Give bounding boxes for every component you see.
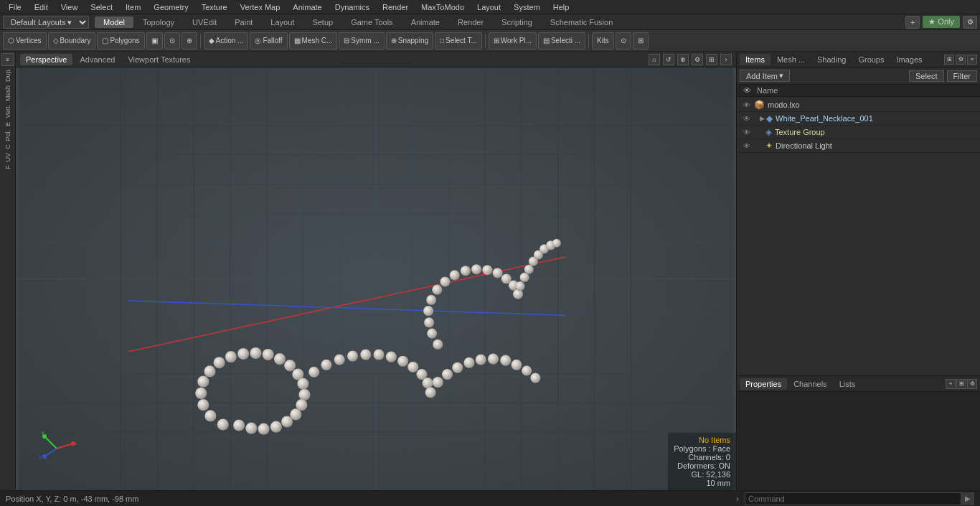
menu-select[interactable]: Select [85, 1, 118, 13]
panel-ctrl-close[interactable]: × [967, 55, 977, 65]
prop-tab-channels[interactable]: Channels [788, 378, 832, 390]
menu-dynamics[interactable]: Dynamics [329, 1, 375, 13]
tab-model[interactable]: Model [95, 17, 133, 28]
tool-work-pl[interactable]: ⊞ Work Pl... [489, 32, 537, 50]
prop-ctrl-add[interactable]: + [946, 379, 956, 389]
panel-ctrl-settings[interactable]: ⚙ [956, 55, 966, 65]
menu-edit[interactable]: Edit [29, 1, 54, 13]
menu-texture[interactable]: Texture [196, 1, 233, 13]
tool-cam1[interactable]: ⊙ [616, 32, 631, 50]
add-layout-button[interactable]: + [905, 16, 920, 29]
vertices-label: Vertices [16, 37, 42, 44]
eye-icon-1[interactable]: 👁 [740, 115, 754, 123]
tool-vertices[interactable]: ⬡ Vertices [3, 32, 47, 50]
menu-help[interactable]: Help [547, 1, 575, 13]
menu-system[interactable]: System [508, 1, 546, 13]
separator-3 [588, 34, 589, 48]
panel-tab-shading[interactable]: Shading [811, 54, 852, 65]
eye-icon-0[interactable]: 👁 [740, 101, 754, 109]
vp-ctrl-rotate[interactable]: ↺ [663, 54, 674, 65]
menu-item[interactable]: Item [120, 1, 146, 13]
tool-mode5[interactable]: ⊙ [164, 32, 180, 50]
status-arrow[interactable]: › [736, 494, 739, 504]
tool-mode4[interactable]: ▣ [146, 32, 163, 50]
menu-vertex-map[interactable]: Vertex Map [235, 1, 286, 13]
vp-ctrl-expand[interactable]: ⊞ [706, 54, 717, 65]
vp-ctrl-settings[interactable]: ⚙ [692, 54, 703, 65]
menu-view[interactable]: View [55, 1, 84, 13]
panel-tab-groups[interactable]: Groups [852, 54, 890, 65]
item-name-0: modo.lxo [768, 100, 977, 109]
layout-settings-button[interactable]: ⚙ [963, 16, 977, 29]
prop-ctrl-expand[interactable]: ⊞ [956, 379, 966, 389]
tab-animate[interactable]: Animate [402, 17, 448, 28]
panel-tab-mesh[interactable]: Mesh ... [771, 54, 811, 65]
tab-render[interactable]: Render [449, 17, 492, 28]
command-input-container[interactable]: ▶ [745, 492, 974, 505]
select-button[interactable]: Select [909, 70, 944, 82]
tool-symm[interactable]: ⊟ Symm ... [339, 32, 384, 50]
add-item-button[interactable]: Add Item ▾ [740, 70, 790, 82]
menu-geometry[interactable]: Geometry [148, 1, 194, 13]
svg-point-73 [530, 373, 540, 383]
menu-animate[interactable]: Animate [287, 1, 327, 13]
tool-select-t[interactable]: □ Select T... [435, 32, 482, 50]
tab-paint[interactable]: Paint [226, 17, 261, 28]
svg-point-83 [471, 264, 481, 274]
item-texture-group[interactable]: 👁 ◈ Texture Group [737, 126, 980, 139]
star-only-button[interactable]: ★ Only [923, 16, 960, 28]
tool-mode6[interactable]: ⊕ [182, 32, 197, 50]
item-directional-light[interactable]: 👁 ✦ Directional Light [737, 139, 980, 153]
tab-game-tools[interactable]: Game Tools [342, 17, 402, 28]
command-go-button[interactable]: ▶ [961, 492, 974, 505]
viewport-status: No Items Polygons : Face Channels: 0 Def… [668, 433, 736, 490]
tab-uvedit[interactable]: UVEdit [184, 17, 225, 28]
tab-topology[interactable]: Topology [134, 17, 183, 28]
tool-falloff[interactable]: ◎ Falloff [250, 32, 287, 50]
vp-tab-perspective[interactable]: Perspective [20, 54, 72, 65]
layout-dropdown[interactable]: Default Layouts ▾ [3, 16, 89, 29]
tool-snapping[interactable]: ⊕ Snapping [386, 32, 433, 50]
filter-button[interactable]: Filter [947, 70, 977, 82]
menu-file[interactable]: File [3, 1, 27, 13]
prop-tab-lists[interactable]: Lists [834, 378, 862, 390]
tool-action[interactable]: ◆ Action ... [204, 32, 249, 50]
item-icon-3: ✦ [765, 141, 773, 151]
vp-ctrl-home[interactable]: ⌂ [649, 54, 660, 65]
svg-point-78 [426, 295, 436, 305]
tab-scripting[interactable]: Scripting [493, 17, 541, 28]
vp-tab-textures[interactable]: Viewport Textures [122, 54, 196, 65]
tab-setup[interactable]: Setup [303, 17, 341, 28]
selecti-icon: ▤ [543, 37, 550, 44]
panel-tab-items[interactable]: Items [740, 54, 771, 65]
prop-tab-properties[interactable]: Properties [740, 378, 787, 390]
item-necklace[interactable]: 👁 ▶ ◆ White_Pearl_Necklace_001 [737, 112, 980, 126]
viewport[interactable]: Perspective Advanced Viewport Textures ⌂… [16, 52, 736, 490]
tool-selecti[interactable]: ▤ Selecti ... [538, 32, 585, 50]
tool-polygons[interactable]: ▢ Polygons [97, 32, 144, 50]
tool-mesh[interactable]: ▦ Mesh C... [289, 32, 338, 50]
vp-tab-advanced[interactable]: Advanced [74, 54, 121, 65]
eye-icon-2[interactable]: 👁 [740, 128, 754, 136]
tool-boundary[interactable]: ◇ Boundary [48, 32, 96, 50]
panel-tab-images[interactable]: Images [890, 54, 928, 65]
svg-point-66 [452, 362, 463, 373]
left-tool-1[interactable]: ≡ [1, 53, 14, 66]
command-input[interactable] [745, 495, 961, 503]
prop-ctrl-settings[interactable]: ⚙ [967, 379, 977, 389]
vp-ctrl-chevron[interactable]: › [720, 54, 732, 65]
canvas-area[interactable]: X Y Z No Items Polygons : Face Channels:… [16, 67, 736, 490]
vp-ctrl-zoom[interactable]: ⊕ [677, 54, 689, 65]
tool-cam2[interactable]: ⊞ [633, 32, 649, 50]
panel-ctrl-expand[interactable]: ⊞ [944, 55, 954, 65]
tab-layout[interactable]: Layout [262, 17, 303, 28]
viewport-svg [16, 67, 736, 490]
item-modo-lxo[interactable]: 👁 📦 modo.lxo [737, 98, 980, 112]
svg-point-38 [250, 347, 261, 359]
tab-schematic-fusion[interactable]: Schematic Fusion [542, 17, 621, 28]
eye-icon-3[interactable]: 👁 [740, 142, 754, 150]
tool-kits[interactable]: Kits [592, 32, 614, 50]
menu-layout[interactable]: Layout [471, 1, 507, 13]
menu-render[interactable]: Render [377, 1, 414, 13]
menu-maxtomodo[interactable]: MaxToModo [415, 1, 470, 13]
